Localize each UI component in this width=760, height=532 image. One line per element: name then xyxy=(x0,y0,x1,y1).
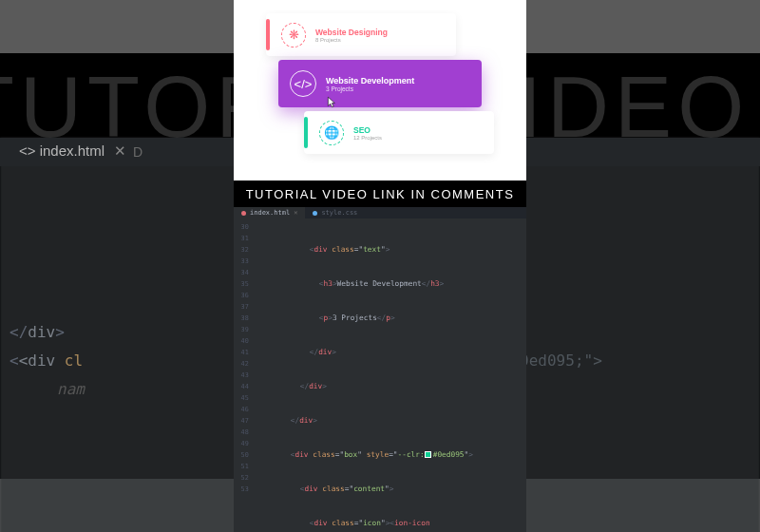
code-area[interactable]: <div class="text"> <h3>Website Developme… xyxy=(253,218,526,532)
bg-tab-label: <> index.html xyxy=(19,142,104,159)
tab-label: index.html xyxy=(250,209,290,217)
card-title: Website Designing xyxy=(315,28,388,37)
line-gutter: 3031323334353637383940414243444546474849… xyxy=(234,218,253,532)
close-icon[interactable]: ✕ xyxy=(294,209,297,217)
bg-code-line-1: </div> xyxy=(10,323,65,341)
phone-frame: ❋ Website Designing 8 Projects </> Websi… xyxy=(234,0,526,532)
card-stripe xyxy=(304,117,308,148)
card-seo[interactable]: 🌐 SEO 12 Projects xyxy=(304,111,494,154)
code-icon: </> xyxy=(290,70,316,97)
bg-tab-index: <> index.html ✕ xyxy=(19,142,126,160)
css-file-icon xyxy=(313,211,317,216)
card-development[interactable]: </> Website Development 3 Projects xyxy=(278,60,482,107)
tab-index-html[interactable]: index.html ✕ xyxy=(234,207,305,218)
globe-icon: 🌐 xyxy=(319,121,344,145)
bg-tab-close: ✕ xyxy=(114,142,126,159)
color-swatch xyxy=(425,451,431,458)
card-designing[interactable]: ❋ Website Designing 8 Projects xyxy=(266,13,456,56)
cursor-icon xyxy=(326,96,339,109)
card-sub: 8 Projects xyxy=(315,37,388,43)
card-title: Website Development xyxy=(326,76,414,86)
card-sub: 12 Projects xyxy=(353,135,382,141)
html-file-icon xyxy=(241,211,246,216)
banner: TUTORIAL VIDEO LINK IN COMMENTS xyxy=(234,180,526,207)
demo-preview: ❋ Website Designing 8 Projects </> Websi… xyxy=(234,0,526,180)
card-title: SEO xyxy=(353,125,382,135)
tab-label: style.css xyxy=(321,209,357,217)
banner-text: TUTORIAL VIDEO LINK IN COMMENTS xyxy=(246,187,515,201)
tab-style-css[interactable]: style.css xyxy=(305,207,365,218)
card-sub: 3 Projects xyxy=(326,86,414,92)
bg-code-line-3: nam xyxy=(57,380,85,398)
bg-div: <div xyxy=(19,352,65,370)
card-stripe xyxy=(266,19,270,50)
editor-tabs: index.html ✕ style.css xyxy=(234,207,526,218)
code-editor: index.html ✕ style.css 30313233343536373… xyxy=(234,207,526,532)
bg-tab-d: D xyxy=(133,144,142,160)
compass-icon: ❋ xyxy=(281,23,306,48)
